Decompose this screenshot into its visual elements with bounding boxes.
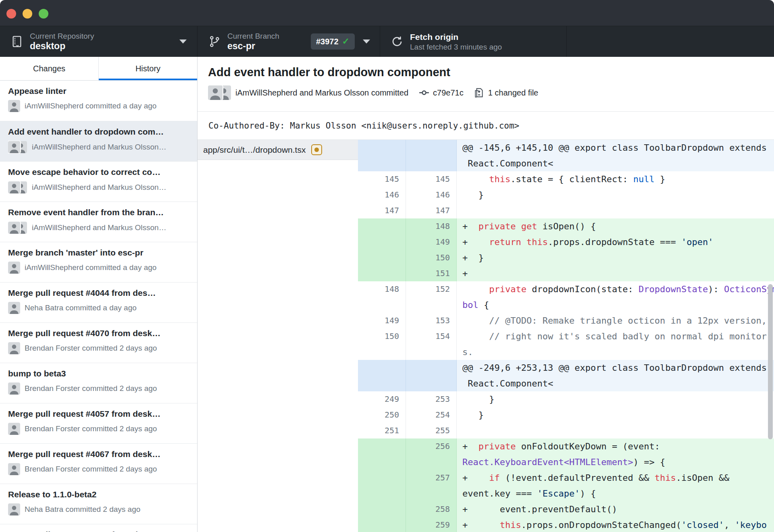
fetch-origin-button[interactable]: Fetch origin Last fetched 3 minutes ago: [380, 26, 567, 57]
code-line: + this.props.onDropdownStateChanged('clo…: [462, 517, 774, 532]
repo-label: Current Repository: [30, 32, 94, 41]
titlebar: [0, 0, 774, 26]
diff-code-cell: [457, 203, 774, 218]
commit-list-item[interactable]: Merge pull request #4057 from desk…Brend…: [0, 403, 197, 443]
diff-area: app/src/ui/t…/dropdown.tsx @@ -145,6 +14…: [198, 140, 774, 532]
avatar: [8, 382, 20, 395]
avatar: [208, 85, 223, 100]
gutter-new-line-number: 259: [406, 517, 457, 532]
commit-list-meta: iAmWillShepherd and Markus Olsson…: [8, 181, 189, 194]
code-line: @@ -249,6 +253,13 @@ export class Toolba…: [462, 360, 774, 376]
changed-file-icon: [474, 87, 485, 98]
gutter-new-line-number: 257: [406, 470, 457, 501]
gutter-new-line-number: [406, 360, 457, 391]
commit-meta-text: iAmWillShepherd and Markus Olsson…: [32, 183, 166, 192]
tab-changes[interactable]: Changes: [0, 57, 98, 80]
code-line: this.state = { clientRect: null }: [462, 171, 774, 187]
code-line: bol {: [462, 297, 774, 313]
avatar: [8, 423, 20, 435]
avatar: [8, 302, 20, 314]
code-line: }: [462, 187, 774, 203]
current-branch-button[interactable]: Current Branch esc-pr #3972 ✓: [198, 26, 380, 57]
code-line: }: [462, 407, 774, 423]
diff-line: 150+ }: [358, 250, 774, 266]
gutter-old-line-number: [358, 140, 406, 171]
commit-list-item[interactable]: Release to 1.1.0-beta2Neha Batra committ…: [0, 484, 197, 524]
diff-line: 146146 }: [358, 187, 774, 203]
commit-list-item[interactable]: Merge pull request #4044 from des…Neha B…: [0, 282, 197, 322]
diff-line: 151+: [358, 266, 774, 281]
pr-badge[interactable]: #3972 ✓: [311, 33, 355, 50]
gutter-new-line-number: 253: [406, 391, 457, 407]
gutter-old-line-number: 148: [358, 281, 406, 313]
gutter-new-line-number: 154: [406, 328, 457, 360]
close-button[interactable]: [6, 9, 16, 19]
diff-code-cell: }: [457, 407, 774, 423]
branch-label: Current Branch: [227, 32, 279, 41]
diff-scrollbar-thumb[interactable]: [768, 284, 773, 439]
fetch-subtitle: Last fetched 3 minutes ago: [410, 42, 502, 52]
zoom-button[interactable]: [39, 9, 48, 19]
tab-history[interactable]: History: [98, 57, 197, 80]
gutter-old-line-number: [358, 438, 406, 470]
commit-meta-text: iAmWillShepherd and Markus Olsson…: [32, 143, 166, 152]
commit-meta-text: Brendan Forster committed 2 days ago: [25, 424, 157, 433]
minimize-button[interactable]: [23, 9, 32, 19]
diff-code-cell: + }: [457, 250, 774, 266]
diff-hunk-header: @@ -145,6 +145,10 @@ export class Toolba…: [358, 140, 774, 171]
file-list-item[interactable]: app/src/ui/t…/dropdown.tsx: [198, 140, 358, 160]
diff-line: 256+ private onFoldoutKeyDown = (event:R…: [358, 438, 774, 470]
commit-list-item[interactable]: Merge pull request #4052 from d…: [0, 524, 197, 532]
gutter-new-line-number: [406, 140, 457, 171]
avatar: [8, 222, 20, 234]
commit-list-title: Appease linter: [8, 86, 189, 96]
code-line: + private get isOpen() {: [462, 218, 774, 234]
diff-code-cell: // right now it's scaled badly on normal…: [457, 328, 774, 360]
commit-list-item[interactable]: bump to beta3Brendan Forster committed 2…: [0, 363, 197, 403]
commit-list-meta: Brendan Forster committed 2 days ago: [8, 342, 189, 354]
diff-code-cell: + this.props.onDropdownStateChanged('clo…: [457, 517, 774, 532]
diff-line: 145145 this.state = { clientRect: null }: [358, 171, 774, 187]
diff-code-cell: + private onFoldoutKeyDown = (event:Reac…: [457, 438, 774, 470]
commit-list-item[interactable]: Remove event handler from the bran…iAmWi…: [0, 202, 197, 242]
code-line: + event.preventDefault(): [462, 501, 774, 517]
commit-list-meta: iAmWillShepherd and Markus Olsson…: [8, 141, 189, 154]
commit-list-meta: Neha Batra committed a day ago: [8, 302, 189, 314]
author-avatars: [8, 221, 27, 234]
git-commit-icon: [419, 87, 429, 98]
current-repository-button[interactable]: Current Repository desktop: [0, 26, 198, 57]
code-line: event.key === 'Escape') {: [462, 486, 774, 501]
code-line: + if (!event.defaultPrevented && this.is…: [462, 470, 774, 486]
gutter-new-line-number: 258: [406, 501, 457, 517]
commit-meta-text: Brendan Forster committed 2 days ago: [25, 384, 157, 393]
commit-byline: iAmWillShepherd and Markus Olsson commit…: [235, 88, 408, 98]
diff-line: 150154 // right now it's scaled badly on…: [358, 328, 774, 360]
commit-list-item[interactable]: Merge pull request #4070 from desk…Brend…: [0, 322, 197, 363]
diff-code-cell: + private get isOpen() {: [457, 218, 774, 234]
changed-files-panel: app/src/ui/t…/dropdown.tsx: [198, 140, 358, 532]
diff-view: @@ -145,6 +145,10 @@ export class Toolba…: [358, 140, 774, 532]
commit-list-meta: Brendan Forster committed 2 days ago: [8, 423, 189, 435]
diff-line: 257+ if (!event.defaultPrevented && this…: [358, 470, 774, 501]
commit-title: Add event handler to dropdown component: [208, 65, 764, 79]
diff-code-cell: @@ -145,6 +145,10 @@ export class Toolba…: [457, 140, 774, 171]
repo-icon: [10, 35, 23, 48]
gutter-old-line-number: [358, 218, 406, 234]
gutter-old-line-number: 146: [358, 187, 406, 203]
commit-list-title: Remove event handler from the bran…: [8, 207, 189, 218]
chevron-down-icon: [363, 39, 370, 44]
git-branch-icon: [208, 35, 221, 48]
diff-code-cell: + if (!event.defaultPrevented && this.is…: [457, 470, 774, 501]
gutter-old-line-number: 249: [358, 391, 406, 407]
commit-list-item[interactable]: Add event handler to dropdown com…iAmWil…: [0, 121, 197, 161]
commit-list-item[interactable]: Merge branch 'master' into esc-priAmWill…: [0, 242, 197, 282]
commit-list-item[interactable]: Merge pull request #4067 from desk…Brend…: [0, 443, 197, 484]
commit-sha[interactable]: c79e71c: [433, 88, 464, 98]
commit-list-meta: iAmWillShepherd committed a day ago: [8, 100, 189, 112]
commit-list-title: Merge pull request #4070 from desk…: [8, 328, 189, 339]
diff-line: 258+ event.preventDefault(): [358, 501, 774, 517]
commit-list-item[interactable]: Appease linteriAmWillShepherd committed …: [0, 81, 197, 121]
sync-icon: [391, 35, 404, 48]
commit-list-item[interactable]: Move escape behavior to correct co…iAmWi…: [0, 161, 197, 202]
diff-code-cell: // @TODO: Remake triangle octicon in a 1…: [457, 313, 774, 328]
